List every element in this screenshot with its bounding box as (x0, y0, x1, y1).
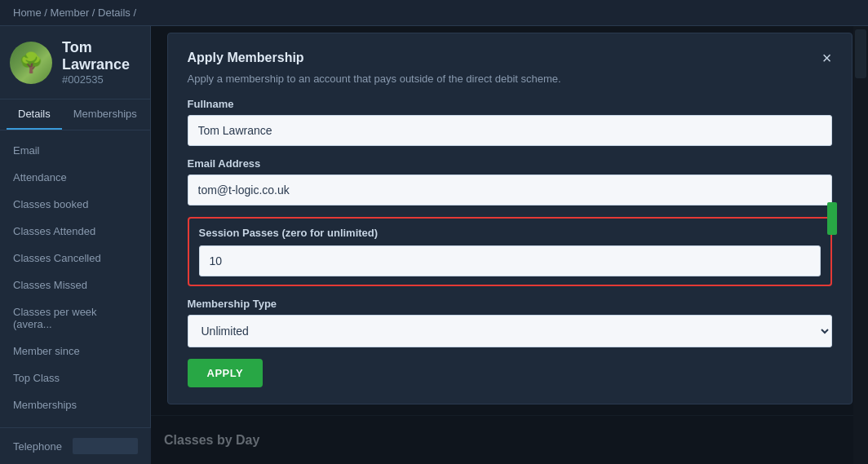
sidebar-item-classes-cancelled[interactable]: Classes Cancelled (0, 245, 150, 272)
breadcrumb: Home / Member / Details / (0, 0, 868, 26)
telephone-row: Telephone (0, 427, 151, 464)
profile-header: Tom Lawrance #002535 (0, 26, 150, 99)
telephone-value (73, 438, 138, 454)
apply-button[interactable]: APPLY (188, 359, 264, 387)
modal: Apply Membership × Apply a membership to… (167, 33, 852, 404)
sidebar-menu: Email Attendance Classes booked Classes … (0, 130, 150, 452)
tab-memberships[interactable]: Memberships (62, 99, 148, 130)
session-passes-input[interactable] (199, 245, 821, 276)
tabs-row: Details Memberships (0, 99, 150, 130)
membership-type-label: Membership Type (188, 298, 832, 310)
green-indicator (827, 202, 837, 235)
breadcrumb-member[interactable]: Member (51, 7, 90, 19)
sidebar-item-classes-attended[interactable]: Classes Attended (0, 218, 150, 245)
fullname-group: Fullname (188, 98, 832, 146)
sidebar: Tom Lawrance #002535 Details Memberships… (0, 26, 151, 464)
profile-name: Tom Lawrance (62, 39, 140, 73)
sidebar-item-memberships[interactable]: Memberships (0, 391, 150, 418)
breadcrumb-home[interactable]: Home (13, 7, 42, 19)
membership-type-group: Membership Type Unlimited Limited (188, 298, 832, 347)
avatar (10, 42, 52, 84)
modal-subtitle: Apply a membership to an account that pa… (188, 73, 832, 85)
profile-member-id: #002535 (62, 73, 140, 86)
email-group: Email Address (188, 157, 832, 205)
modal-close-button[interactable]: × (822, 50, 832, 66)
session-passes-group: Session Passes (zero for unlimited) (188, 217, 832, 286)
sidebar-item-member-since[interactable]: Member since (0, 338, 150, 365)
fullname-label: Fullname (188, 98, 832, 110)
sidebar-item-classes-per-week[interactable]: Classes per week (avera... (0, 298, 150, 338)
sidebar-item-classes-missed[interactable]: Classes Missed (0, 272, 150, 298)
modal-title: Apply Membership (188, 51, 304, 65)
modal-header: Apply Membership × (188, 50, 832, 66)
sidebar-item-classes-booked[interactable]: Classes booked (0, 191, 150, 218)
fullname-input[interactable] (188, 115, 832, 146)
email-label: Email Address (188, 157, 832, 170)
sidebar-item-top-class[interactable]: Top Class (0, 365, 150, 391)
breadcrumb-details[interactable]: Details (98, 7, 131, 19)
content-area: Classes by Day Apply Membership × Apply … (151, 26, 868, 464)
email-input[interactable] (188, 175, 832, 205)
sidebar-item-email[interactable]: Email (0, 137, 150, 164)
tab-details[interactable]: Details (7, 99, 62, 130)
modal-overlay: Apply Membership × Apply a membership to… (151, 26, 868, 464)
telephone-label: Telephone (13, 440, 66, 453)
session-passes-label: Session Passes (zero for unlimited) (199, 227, 821, 239)
sidebar-item-attendance[interactable]: Attendance (0, 164, 150, 191)
membership-type-select[interactable]: Unlimited Limited (188, 315, 832, 347)
